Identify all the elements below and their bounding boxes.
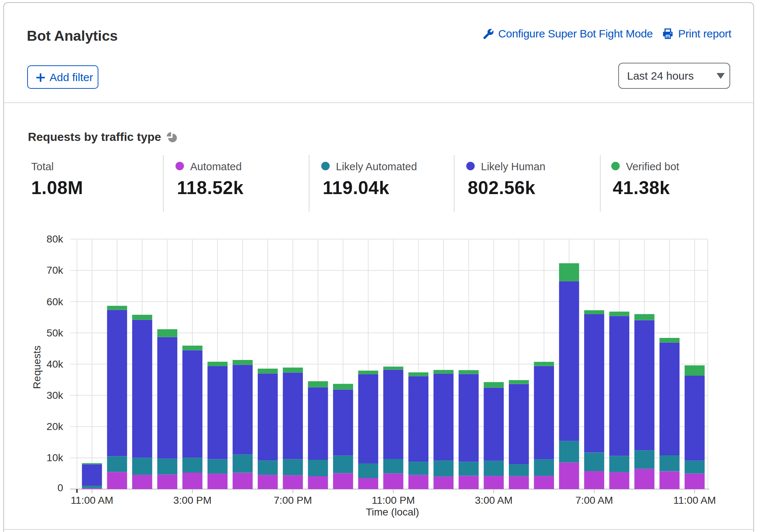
svg-text:11:00 PM: 11:00 PM	[372, 495, 415, 506]
svg-text:3:00 PM: 3:00 PM	[173, 495, 211, 506]
svg-text:Requests: Requests	[31, 346, 43, 389]
svg-text:30k: 30k	[47, 390, 64, 401]
svg-text:11:00 AM: 11:00 AM	[70, 495, 113, 506]
svg-text:50k: 50k	[47, 327, 64, 339]
svg-text:80k: 80k	[47, 233, 64, 245]
svg-text:20k: 20k	[47, 421, 64, 432]
svg-text:11:00 AM: 11:00 AM	[673, 495, 716, 506]
svg-text:Time (local): Time (local)	[366, 506, 419, 518]
svg-text:40k: 40k	[47, 358, 64, 370]
svg-text:7:00 AM: 7:00 AM	[575, 495, 613, 506]
svg-text:60k: 60k	[47, 296, 64, 307]
svg-text:10k: 10k	[47, 452, 64, 463]
svg-text:70k: 70k	[47, 265, 64, 276]
svg-text:0: 0	[57, 482, 63, 493]
svg-text:7:00 PM: 7:00 PM	[274, 495, 312, 506]
svg-text:3:00 AM: 3:00 AM	[475, 495, 513, 506]
